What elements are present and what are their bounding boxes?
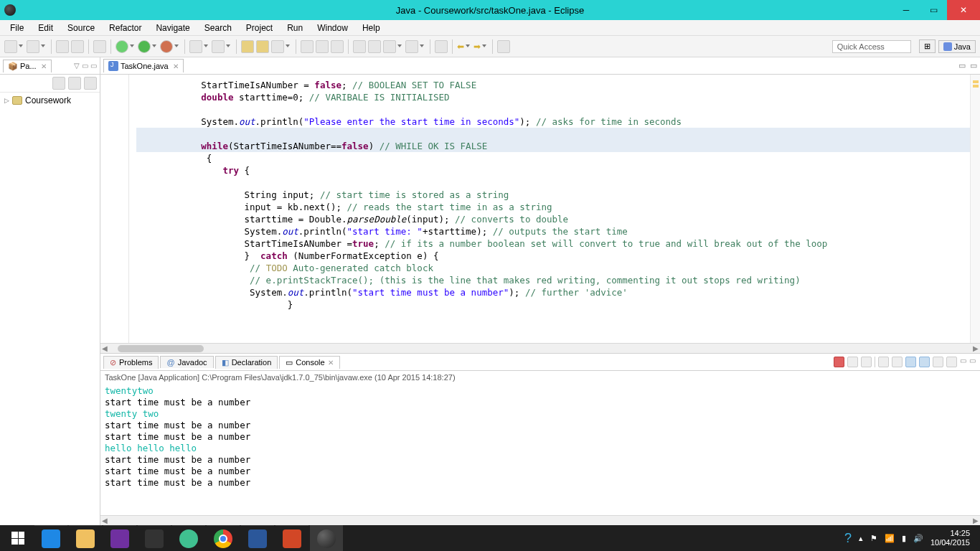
taskbar-hp[interactable] xyxy=(172,525,205,551)
new-button[interactable] xyxy=(4,40,17,53)
view-menu-button[interactable] xyxy=(84,77,97,90)
debug-button[interactable] xyxy=(116,40,128,53)
menu-window[interactable]: Window xyxy=(311,22,354,34)
open-perspective-button[interactable]: ⊞ xyxy=(919,39,936,53)
new-package-button[interactable] xyxy=(189,40,202,53)
quick-access-input[interactable]: Quick Access xyxy=(832,40,911,53)
dropdown-icon[interactable] xyxy=(19,44,23,49)
minimize-view-icon[interactable]: ▭ xyxy=(958,61,966,70)
save-button[interactable] xyxy=(27,40,39,53)
annotation-button[interactable] xyxy=(353,40,366,53)
wifi-icon[interactable]: 📶 xyxy=(885,534,895,543)
system-clock[interactable]: 14:25 10/04/2015 xyxy=(930,529,970,547)
build-button[interactable] xyxy=(93,40,106,53)
pin-console-button[interactable] xyxy=(919,357,930,367)
close-button[interactable]: ✕ xyxy=(947,0,980,20)
tab-problems[interactable]: ⊘Problems xyxy=(103,356,159,369)
menu-run[interactable]: Run xyxy=(281,22,308,34)
java-perspective-button[interactable]: Java xyxy=(938,40,976,53)
taskbar-chrome[interactable] xyxy=(207,525,240,551)
project-item[interactable]: Coursework xyxy=(4,95,95,105)
view-menu-icon[interactable]: ▽ ▭ ▭ xyxy=(74,62,97,70)
dropdown-icon[interactable] xyxy=(152,44,156,49)
annotation-button[interactable] xyxy=(368,40,381,53)
dropdown-icon[interactable] xyxy=(397,44,402,49)
package-explorer-tab[interactable]: 📦 Pa... ✕ xyxy=(3,60,52,72)
forward-button[interactable]: ➡ xyxy=(473,42,481,52)
menu-file[interactable]: File xyxy=(4,22,29,34)
open-task-button[interactable] xyxy=(256,40,269,53)
search-button[interactable] xyxy=(271,40,284,53)
tab-javadoc[interactable]: @Javadoc xyxy=(160,356,213,368)
code-editor[interactable]: StartTimeIsANumber = false; // BOOLEAN S… xyxy=(129,75,970,343)
toggle-button[interactable] xyxy=(301,40,314,53)
back-button[interactable]: ⬅ xyxy=(457,42,464,52)
toggle-button[interactable] xyxy=(331,40,344,53)
show-console-button[interactable] xyxy=(905,357,916,367)
print-button[interactable] xyxy=(71,40,84,53)
maximize-button[interactable]: ▭ xyxy=(920,0,947,20)
dropdown-icon[interactable] xyxy=(420,44,424,49)
menu-search[interactable]: Search xyxy=(199,22,237,34)
open-type-button[interactable] xyxy=(241,40,254,53)
run-last-button[interactable] xyxy=(160,40,173,53)
warning-marker-icon[interactable] xyxy=(973,85,979,88)
menu-project[interactable]: Project xyxy=(240,22,278,34)
open-console-button[interactable] xyxy=(946,357,957,367)
volume-icon[interactable]: 🔊 xyxy=(913,534,923,543)
clear-console-button[interactable] xyxy=(878,357,889,367)
menu-navigate[interactable]: Navigate xyxy=(150,22,195,34)
taskbar-word[interactable] xyxy=(241,525,274,551)
menu-refactor[interactable]: Refactor xyxy=(103,22,147,34)
menu-source[interactable]: Source xyxy=(62,22,100,34)
menu-edit[interactable]: Edit xyxy=(32,22,59,34)
dropdown-icon[interactable] xyxy=(466,44,470,49)
battery-icon[interactable]: ▮ xyxy=(902,534,906,543)
dropdown-icon[interactable] xyxy=(482,44,486,49)
help-icon[interactable]: ? xyxy=(844,531,852,546)
taskbar-eclipse[interactable] xyxy=(310,525,343,551)
tab-console[interactable]: ▭Console✕ xyxy=(279,356,339,369)
close-icon[interactable]: ✕ xyxy=(173,62,179,70)
collapse-all-button[interactable] xyxy=(52,77,65,90)
start-button[interactable] xyxy=(3,525,33,551)
dropdown-icon[interactable] xyxy=(130,44,134,49)
close-icon[interactable]: ✕ xyxy=(328,359,334,367)
run-button[interactable] xyxy=(138,40,151,53)
maximize-view-icon[interactable]: ▭ xyxy=(970,61,977,70)
dropdown-icon[interactable] xyxy=(204,44,208,49)
scroll-lock-button[interactable] xyxy=(892,357,903,367)
overview-ruler[interactable] xyxy=(970,75,980,343)
taskbar-powerpoint[interactable] xyxy=(275,525,308,551)
console-scrollbar[interactable]: ◀▶ xyxy=(100,515,980,525)
warning-marker-icon[interactable] xyxy=(973,80,979,83)
tray-chevron-icon[interactable]: ▴ xyxy=(859,534,863,543)
editor-tab[interactable]: TaskOne.java ✕ xyxy=(103,59,184,72)
toolbar-button[interactable] xyxy=(497,40,510,53)
menu-help[interactable]: Help xyxy=(357,22,386,34)
taskbar-explorer[interactable] xyxy=(69,525,102,551)
new-class-button[interactable] xyxy=(212,40,225,53)
taskbar-app[interactable] xyxy=(138,525,171,551)
annotation-button[interactable] xyxy=(383,40,396,53)
annotation-button[interactable] xyxy=(405,40,418,53)
remove-all-button[interactable] xyxy=(861,357,872,367)
minimize-button[interactable]: ─ xyxy=(892,0,920,20)
display-button[interactable] xyxy=(933,357,943,367)
taskbar-app[interactable] xyxy=(103,525,136,551)
taskbar-ie[interactable] xyxy=(34,525,67,551)
save-all-button[interactable] xyxy=(56,40,69,53)
dropdown-icon[interactable] xyxy=(226,44,230,49)
close-icon[interactable]: ✕ xyxy=(41,62,47,70)
toggle-button[interactable] xyxy=(316,40,329,53)
console-output[interactable]: twentytwostart time must be a numbertwen… xyxy=(100,384,980,515)
link-editor-button[interactable] xyxy=(68,77,81,90)
horizontal-scrollbar[interactable]: ◀▶ xyxy=(100,343,980,353)
terminate-button[interactable] xyxy=(834,357,844,367)
editor-ruler[interactable] xyxy=(100,75,129,343)
dropdown-icon[interactable] xyxy=(174,44,179,49)
dropdown-icon[interactable] xyxy=(286,44,290,49)
view-maximize-icon[interactable]: ▭ xyxy=(969,357,976,367)
view-minimize-icon[interactable]: ▭ xyxy=(960,357,966,367)
tab-declaration[interactable]: ◧Declaration xyxy=(215,356,278,369)
